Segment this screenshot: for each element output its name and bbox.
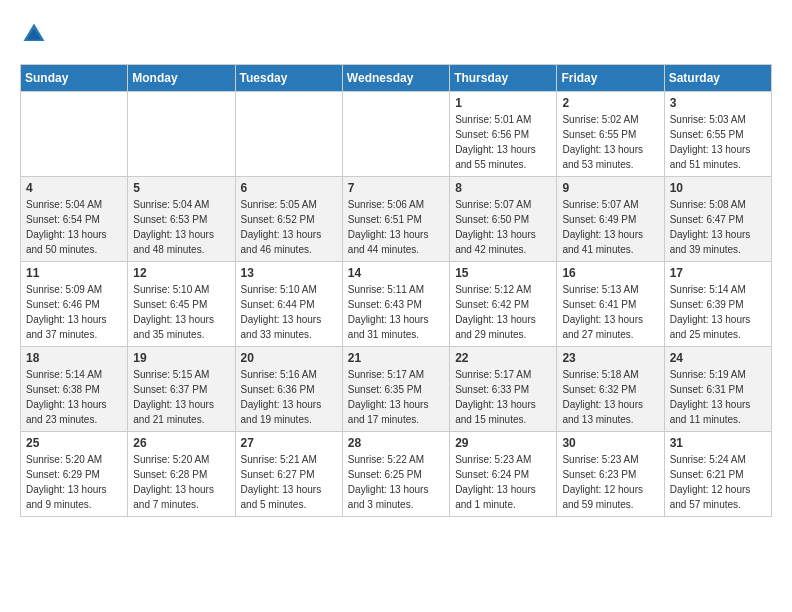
calendar-cell: 12Sunrise: 5:10 AM Sunset: 6:45 PM Dayli… <box>128 262 235 347</box>
header-monday: Monday <box>128 65 235 92</box>
day-info: Sunrise: 5:22 AM Sunset: 6:25 PM Dayligh… <box>348 452 444 512</box>
day-info: Sunrise: 5:17 AM Sunset: 6:33 PM Dayligh… <box>455 367 551 427</box>
day-info: Sunrise: 5:20 AM Sunset: 6:29 PM Dayligh… <box>26 452 122 512</box>
calendar-cell: 10Sunrise: 5:08 AM Sunset: 6:47 PM Dayli… <box>664 177 771 262</box>
day-info: Sunrise: 5:13 AM Sunset: 6:41 PM Dayligh… <box>562 282 658 342</box>
calendar-week-4: 18Sunrise: 5:14 AM Sunset: 6:38 PM Dayli… <box>21 347 772 432</box>
day-number: 18 <box>26 351 122 365</box>
day-info: Sunrise: 5:23 AM Sunset: 6:24 PM Dayligh… <box>455 452 551 512</box>
header-tuesday: Tuesday <box>235 65 342 92</box>
day-number: 17 <box>670 266 766 280</box>
day-info: Sunrise: 5:20 AM Sunset: 6:28 PM Dayligh… <box>133 452 229 512</box>
day-number: 8 <box>455 181 551 195</box>
day-number: 10 <box>670 181 766 195</box>
day-number: 27 <box>241 436 337 450</box>
day-info: Sunrise: 5:21 AM Sunset: 6:27 PM Dayligh… <box>241 452 337 512</box>
calendar-cell: 19Sunrise: 5:15 AM Sunset: 6:37 PM Dayli… <box>128 347 235 432</box>
calendar-cell: 28Sunrise: 5:22 AM Sunset: 6:25 PM Dayli… <box>342 432 449 517</box>
calendar-cell: 14Sunrise: 5:11 AM Sunset: 6:43 PM Dayli… <box>342 262 449 347</box>
calendar-cell: 27Sunrise: 5:21 AM Sunset: 6:27 PM Dayli… <box>235 432 342 517</box>
day-number: 11 <box>26 266 122 280</box>
calendar-cell: 30Sunrise: 5:23 AM Sunset: 6:23 PM Dayli… <box>557 432 664 517</box>
day-number: 23 <box>562 351 658 365</box>
day-info: Sunrise: 5:11 AM Sunset: 6:43 PM Dayligh… <box>348 282 444 342</box>
day-info: Sunrise: 5:09 AM Sunset: 6:46 PM Dayligh… <box>26 282 122 342</box>
day-info: Sunrise: 5:17 AM Sunset: 6:35 PM Dayligh… <box>348 367 444 427</box>
calendar-cell: 29Sunrise: 5:23 AM Sunset: 6:24 PM Dayli… <box>450 432 557 517</box>
day-info: Sunrise: 5:14 AM Sunset: 6:38 PM Dayligh… <box>26 367 122 427</box>
day-number: 12 <box>133 266 229 280</box>
calendar-cell: 25Sunrise: 5:20 AM Sunset: 6:29 PM Dayli… <box>21 432 128 517</box>
day-number: 22 <box>455 351 551 365</box>
day-number: 14 <box>348 266 444 280</box>
calendar-week-1: 1Sunrise: 5:01 AM Sunset: 6:56 PM Daylig… <box>21 92 772 177</box>
calendar-cell: 15Sunrise: 5:12 AM Sunset: 6:42 PM Dayli… <box>450 262 557 347</box>
calendar-cell: 17Sunrise: 5:14 AM Sunset: 6:39 PM Dayli… <box>664 262 771 347</box>
day-number: 9 <box>562 181 658 195</box>
day-number: 2 <box>562 96 658 110</box>
calendar-cell: 20Sunrise: 5:16 AM Sunset: 6:36 PM Dayli… <box>235 347 342 432</box>
day-number: 20 <box>241 351 337 365</box>
logo-icon <box>20 20 48 48</box>
calendar-cell: 9Sunrise: 5:07 AM Sunset: 6:49 PM Daylig… <box>557 177 664 262</box>
day-info: Sunrise: 5:14 AM Sunset: 6:39 PM Dayligh… <box>670 282 766 342</box>
header-thursday: Thursday <box>450 65 557 92</box>
day-info: Sunrise: 5:24 AM Sunset: 6:21 PM Dayligh… <box>670 452 766 512</box>
calendar-header-row: SundayMondayTuesdayWednesdayThursdayFrid… <box>21 65 772 92</box>
day-number: 1 <box>455 96 551 110</box>
day-info: Sunrise: 5:03 AM Sunset: 6:55 PM Dayligh… <box>670 112 766 172</box>
day-info: Sunrise: 5:15 AM Sunset: 6:37 PM Dayligh… <box>133 367 229 427</box>
day-number: 15 <box>455 266 551 280</box>
day-info: Sunrise: 5:23 AM Sunset: 6:23 PM Dayligh… <box>562 452 658 512</box>
calendar-cell: 2Sunrise: 5:02 AM Sunset: 6:55 PM Daylig… <box>557 92 664 177</box>
calendar-cell: 16Sunrise: 5:13 AM Sunset: 6:41 PM Dayli… <box>557 262 664 347</box>
calendar-week-3: 11Sunrise: 5:09 AM Sunset: 6:46 PM Dayli… <box>21 262 772 347</box>
day-number: 6 <box>241 181 337 195</box>
day-info: Sunrise: 5:04 AM Sunset: 6:53 PM Dayligh… <box>133 197 229 257</box>
calendar-cell: 3Sunrise: 5:03 AM Sunset: 6:55 PM Daylig… <box>664 92 771 177</box>
header-wednesday: Wednesday <box>342 65 449 92</box>
day-number: 4 <box>26 181 122 195</box>
header-saturday: Saturday <box>664 65 771 92</box>
day-number: 28 <box>348 436 444 450</box>
day-number: 31 <box>670 436 766 450</box>
calendar-cell: 6Sunrise: 5:05 AM Sunset: 6:52 PM Daylig… <box>235 177 342 262</box>
calendar-cell: 18Sunrise: 5:14 AM Sunset: 6:38 PM Dayli… <box>21 347 128 432</box>
calendar-cell: 8Sunrise: 5:07 AM Sunset: 6:50 PM Daylig… <box>450 177 557 262</box>
calendar-table: SundayMondayTuesdayWednesdayThursdayFrid… <box>20 64 772 517</box>
day-info: Sunrise: 5:06 AM Sunset: 6:51 PM Dayligh… <box>348 197 444 257</box>
calendar-cell: 21Sunrise: 5:17 AM Sunset: 6:35 PM Dayli… <box>342 347 449 432</box>
day-info: Sunrise: 5:02 AM Sunset: 6:55 PM Dayligh… <box>562 112 658 172</box>
calendar-cell <box>342 92 449 177</box>
day-info: Sunrise: 5:05 AM Sunset: 6:52 PM Dayligh… <box>241 197 337 257</box>
logo <box>20 20 52 48</box>
page-header <box>20 20 772 48</box>
day-info: Sunrise: 5:08 AM Sunset: 6:47 PM Dayligh… <box>670 197 766 257</box>
calendar-cell <box>21 92 128 177</box>
calendar-cell: 24Sunrise: 5:19 AM Sunset: 6:31 PM Dayli… <box>664 347 771 432</box>
calendar-cell: 5Sunrise: 5:04 AM Sunset: 6:53 PM Daylig… <box>128 177 235 262</box>
calendar-cell: 13Sunrise: 5:10 AM Sunset: 6:44 PM Dayli… <box>235 262 342 347</box>
day-number: 30 <box>562 436 658 450</box>
calendar-cell <box>235 92 342 177</box>
day-number: 3 <box>670 96 766 110</box>
calendar-cell: 11Sunrise: 5:09 AM Sunset: 6:46 PM Dayli… <box>21 262 128 347</box>
calendar-cell: 1Sunrise: 5:01 AM Sunset: 6:56 PM Daylig… <box>450 92 557 177</box>
day-number: 13 <box>241 266 337 280</box>
calendar-cell: 22Sunrise: 5:17 AM Sunset: 6:33 PM Dayli… <box>450 347 557 432</box>
day-number: 21 <box>348 351 444 365</box>
calendar-week-2: 4Sunrise: 5:04 AM Sunset: 6:54 PM Daylig… <box>21 177 772 262</box>
calendar-cell: 31Sunrise: 5:24 AM Sunset: 6:21 PM Dayli… <box>664 432 771 517</box>
calendar-cell: 23Sunrise: 5:18 AM Sunset: 6:32 PM Dayli… <box>557 347 664 432</box>
day-info: Sunrise: 5:19 AM Sunset: 6:31 PM Dayligh… <box>670 367 766 427</box>
day-number: 26 <box>133 436 229 450</box>
day-number: 7 <box>348 181 444 195</box>
day-number: 29 <box>455 436 551 450</box>
day-number: 16 <box>562 266 658 280</box>
day-info: Sunrise: 5:10 AM Sunset: 6:45 PM Dayligh… <box>133 282 229 342</box>
day-info: Sunrise: 5:04 AM Sunset: 6:54 PM Dayligh… <box>26 197 122 257</box>
day-info: Sunrise: 5:18 AM Sunset: 6:32 PM Dayligh… <box>562 367 658 427</box>
day-number: 24 <box>670 351 766 365</box>
header-sunday: Sunday <box>21 65 128 92</box>
calendar-cell <box>128 92 235 177</box>
